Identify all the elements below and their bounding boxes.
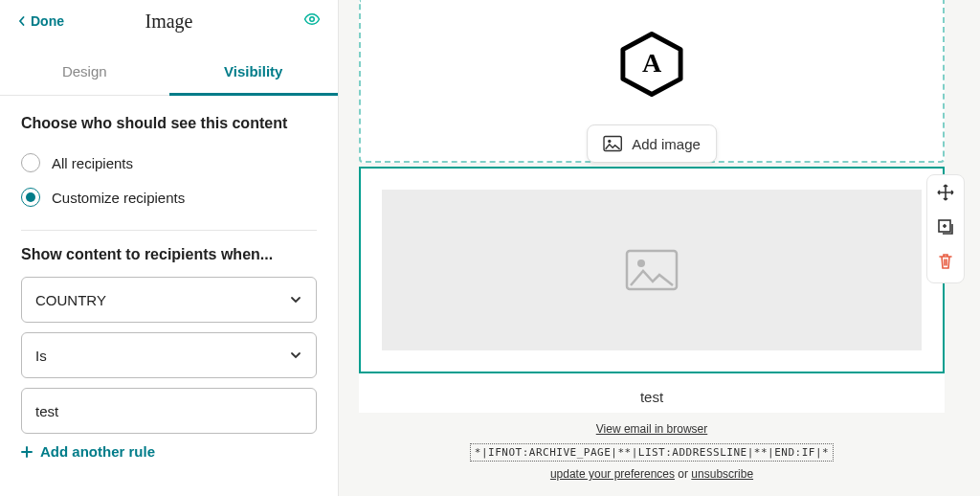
svg-point-0	[310, 17, 315, 22]
who-title: Choose who should see this content	[21, 115, 317, 132]
field-select-value: COUNTRY	[35, 292, 106, 308]
sidebar-header: Done Image	[0, 0, 338, 33]
delete-button[interactable]	[936, 252, 955, 275]
email-footer: View email in browser *|IFNOT:ARCHIVE_PA…	[359, 413, 945, 481]
add-image-label: Add image	[632, 136, 701, 152]
operator-select[interactable]: Is	[21, 332, 317, 378]
operator-select-value: Is	[35, 348, 47, 364]
hex-letter: A	[642, 48, 661, 79]
divider	[21, 230, 317, 231]
radio-custom-label: Customize recipients	[52, 190, 185, 206]
visibility-icon[interactable]	[303, 11, 321, 32]
sidebar-body: Choose who should see this content All r…	[0, 96, 338, 479]
tabs: Design Visibility	[0, 50, 338, 96]
svg-point-3	[608, 140, 611, 143]
chevron-down-icon	[289, 293, 302, 306]
chevron-left-icon	[17, 16, 27, 26]
radio-icon	[21, 153, 40, 172]
tab-design[interactable]: Design	[0, 50, 169, 95]
caption-text: test	[359, 373, 945, 413]
panel-title: Image	[145, 11, 193, 33]
plus-icon	[21, 446, 33, 458]
add-rule-label: Add another rule	[40, 443, 155, 460]
image-icon	[603, 135, 622, 152]
move-button[interactable]	[936, 183, 955, 206]
hex-logo: A	[618, 31, 685, 98]
done-label: Done	[31, 13, 64, 29]
view-browser-link[interactable]: View email in browser	[596, 422, 708, 436]
radio-all-recipients[interactable]: All recipients	[21, 146, 317, 180]
radio-customize-recipients[interactable]: Customize recipients	[21, 180, 317, 214]
rule-title: Show content to recipients when...	[21, 246, 317, 263]
add-rule-button[interactable]: Add another rule	[21, 443, 317, 460]
sidebar-panel: Done Image Design Visibility Choose who …	[0, 0, 339, 496]
radio-icon	[21, 188, 40, 207]
floating-toolbar	[926, 174, 965, 283]
update-preferences-link[interactable]: update your preferences	[550, 467, 675, 481]
or-text: or	[675, 467, 691, 481]
merge-tags: *|IFNOT:ARCHIVE_PAGE|**|LIST:ADDRESSLINE…	[470, 443, 834, 462]
done-button[interactable]: Done	[17, 13, 64, 29]
image-block[interactable]	[359, 167, 945, 373]
duplicate-button[interactable]	[936, 217, 955, 240]
trash-icon	[936, 252, 955, 271]
value-input-text: test	[35, 403, 58, 419]
drop-zone[interactable]: A Add image	[359, 0, 945, 163]
value-input[interactable]: test	[21, 388, 317, 434]
radio-all-label: All recipients	[52, 155, 133, 171]
duplicate-icon	[936, 217, 955, 237]
field-select[interactable]: COUNTRY	[21, 277, 317, 323]
placeholder-icon	[625, 249, 679, 291]
canvas-area: A Add image test View email in browser *…	[339, 0, 980, 496]
add-image-button[interactable]: Add image	[587, 124, 717, 163]
move-icon	[936, 183, 955, 202]
canvas-inner: A Add image test View email in browser *…	[359, 0, 945, 496]
tab-visibility[interactable]: Visibility	[169, 50, 339, 96]
chevron-down-icon	[289, 349, 302, 362]
svg-point-5	[637, 259, 645, 267]
unsubscribe-link[interactable]: unsubscribe	[691, 467, 753, 481]
image-placeholder	[382, 190, 922, 350]
